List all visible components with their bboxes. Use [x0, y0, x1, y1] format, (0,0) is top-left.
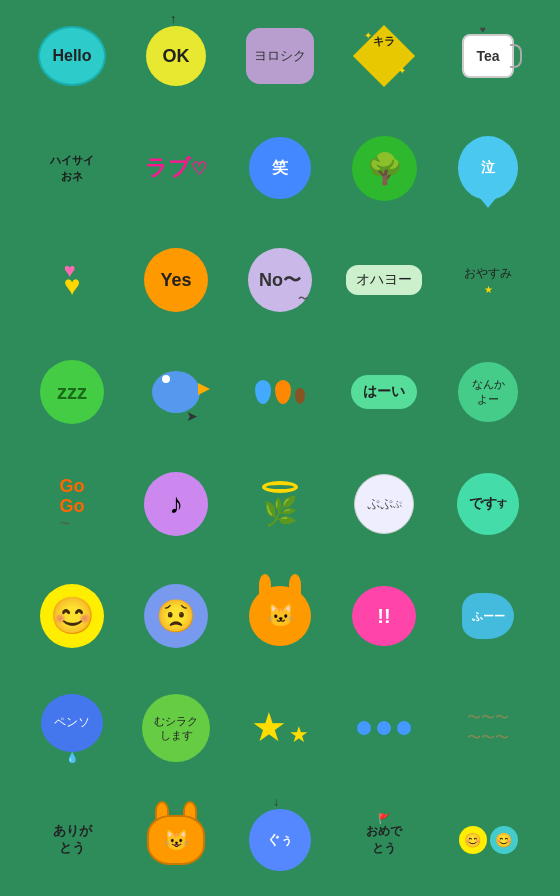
dot-2	[377, 721, 391, 735]
bunny-face: 🐱	[249, 586, 311, 646]
cell-angel[interactable]: 🌿	[230, 450, 330, 558]
desu-bubble[interactable]: ですす	[457, 473, 519, 535]
cell-yoroshiku[interactable]: ヨロシク	[230, 2, 330, 110]
haisai-text[interactable]: ハイサイおネ	[50, 152, 94, 183]
smile-1: 😊	[459, 826, 487, 854]
music-bubble[interactable]: ♪	[144, 472, 208, 536]
cell-ohayo[interactable]: オハヨー	[334, 226, 434, 334]
penso-drop: 💧	[66, 752, 78, 763]
tea-label: Tea	[476, 48, 499, 64]
cell-twinsmile[interactable]: 😊 😊	[438, 786, 538, 894]
cat-face: 😺	[147, 815, 205, 865]
tree-bubble[interactable]: 🌳	[352, 136, 417, 201]
bunny-item[interactable]: 🐱	[249, 586, 311, 646]
wavy-line2: 〜〜〜	[467, 729, 509, 747]
stars-item[interactable]: ★ ★	[251, 708, 309, 748]
dot-3	[397, 721, 411, 735]
wavy-line1: 〜〜〜	[467, 709, 509, 727]
cell-dots[interactable]	[334, 674, 434, 782]
cell-desu[interactable]: ですす	[438, 450, 538, 558]
arigatou-text[interactable]: ありがとう	[53, 823, 92, 857]
cell-bunny[interactable]: 🐱	[230, 562, 330, 670]
cell-renraku[interactable]: むシラクします	[126, 674, 226, 782]
cell-ok[interactable]: OK	[126, 2, 226, 110]
cell-penso[interactable]: ペンソ 💧	[22, 674, 122, 782]
smile-face[interactable]: 😊	[40, 584, 104, 648]
penso-item[interactable]: ペンソ 💧	[41, 694, 103, 763]
cell-music[interactable]: ♪	[126, 450, 226, 558]
kira-item[interactable]: ✦ キラ ✦	[362, 34, 406, 78]
exclaim-bubble[interactable]: !!	[352, 586, 416, 646]
cell-worry[interactable]: 😟	[126, 562, 226, 670]
cell-love[interactable]: ラブ♡	[126, 114, 226, 222]
omedetou-text[interactable]: 🚩 おめでとう	[366, 823, 402, 857]
cell-tree[interactable]: 🌳	[334, 114, 434, 222]
cell-smile[interactable]: 😊	[22, 562, 122, 670]
gogo-item[interactable]: GoGo 〜	[60, 477, 85, 531]
cell-cat[interactable]: 😺	[126, 786, 226, 894]
cell-stars[interactable]: ★ ★	[230, 674, 330, 782]
naku-bubble[interactable]: 泣	[458, 136, 518, 200]
cell-wavy[interactable]: 〜〜〜 〜〜〜	[438, 674, 538, 782]
hello-bubble[interactable]: Hello	[38, 26, 106, 86]
cell-nankayo[interactable]: なんかよー	[438, 338, 538, 446]
yes-bubble[interactable]: Yes	[144, 248, 208, 312]
cell-oyasumi[interactable]: おやすみ★	[438, 226, 538, 334]
cell-haisai[interactable]: ハイサイおネ	[22, 114, 122, 222]
hearts-item[interactable]: ♥ ♥	[64, 259, 81, 302]
love-text[interactable]: ラブ♡	[145, 153, 207, 183]
cell-zzz[interactable]: zzz	[22, 338, 122, 446]
nankayo-bubble[interactable]: なんかよー	[458, 362, 518, 422]
yoroshiku-bubble[interactable]: ヨロシク	[246, 28, 314, 84]
warau-bubble[interactable]: 笑	[249, 137, 311, 199]
worry-face[interactable]: 😟	[144, 584, 208, 648]
cell-bird[interactable]: ➤	[126, 338, 226, 446]
wavy-item[interactable]: 〜〜〜 〜〜〜	[467, 709, 509, 747]
pupu-bubble[interactable]: ぷぷぷ	[354, 474, 414, 534]
pupu-suffix: ぷ	[393, 498, 402, 511]
cell-yes[interactable]: Yes	[126, 226, 226, 334]
ok-bubble[interactable]: OK	[146, 26, 206, 86]
cell-omedetou[interactable]: 🚩 おめでとう	[334, 786, 434, 894]
gogo-suffix: 〜	[60, 517, 85, 531]
gogo-text[interactable]: GoGo	[60, 477, 85, 517]
haai-bubble[interactable]: はーい	[351, 375, 417, 409]
desu-suffix: す	[497, 497, 507, 511]
cell-haai[interactable]: はーい	[334, 338, 434, 446]
cell-drops[interactable]	[230, 338, 330, 446]
cell-naku[interactable]: 泣	[438, 114, 538, 222]
twinsmile-item[interactable]: 😊 😊	[459, 826, 518, 854]
ohayo-bubble[interactable]: オハヨー	[346, 265, 422, 295]
bird-item[interactable]: ➤	[152, 371, 200, 413]
oyasumi-text[interactable]: おやすみ★	[464, 265, 512, 296]
renraku-bubble[interactable]: むシラクします	[142, 694, 210, 762]
fuee-item[interactable]: ふーー	[462, 593, 514, 639]
cell-tea[interactable]: Tea	[438, 2, 538, 110]
cell-kira[interactable]: ✦ キラ ✦	[334, 2, 434, 110]
angel-wings: 🌿	[263, 495, 298, 528]
drop-blue	[255, 380, 271, 404]
cell-pupu[interactable]: ぷぷぷ	[334, 450, 434, 558]
fuee-bubble: ふーー	[462, 593, 514, 639]
cell-arigatou[interactable]: ありがとう	[22, 786, 122, 894]
cell-fuee[interactable]: ふーー	[438, 562, 538, 670]
cat-item[interactable]: 😺	[147, 815, 205, 865]
zzz-bubble[interactable]: zzz	[40, 360, 104, 424]
cell-warau[interactable]: 笑	[230, 114, 330, 222]
cell-hello[interactable]: Hello	[22, 2, 122, 110]
bird-beak	[198, 383, 210, 395]
cell-hearts[interactable]: ♥ ♥	[22, 226, 122, 334]
cell-exclaim[interactable]: !!	[334, 562, 434, 670]
smile-2: 😊	[490, 826, 518, 854]
cell-guu[interactable]: ↓ ぐぅ	[230, 786, 330, 894]
drops-item[interactable]	[255, 380, 305, 404]
no-bubble[interactable]: No〜	[248, 248, 312, 312]
guu-arrow: ↓	[273, 795, 279, 809]
tea-mug[interactable]: Tea	[462, 34, 514, 78]
bird-arrow: ➤	[186, 408, 198, 425]
guu-bubble[interactable]: ↓ ぐぅ	[249, 809, 311, 871]
cell-no[interactable]: No〜	[230, 226, 330, 334]
cell-gogo[interactable]: GoGo 〜	[22, 450, 122, 558]
dots-item[interactable]	[357, 721, 411, 735]
angel-item[interactable]: 🌿	[262, 481, 298, 528]
